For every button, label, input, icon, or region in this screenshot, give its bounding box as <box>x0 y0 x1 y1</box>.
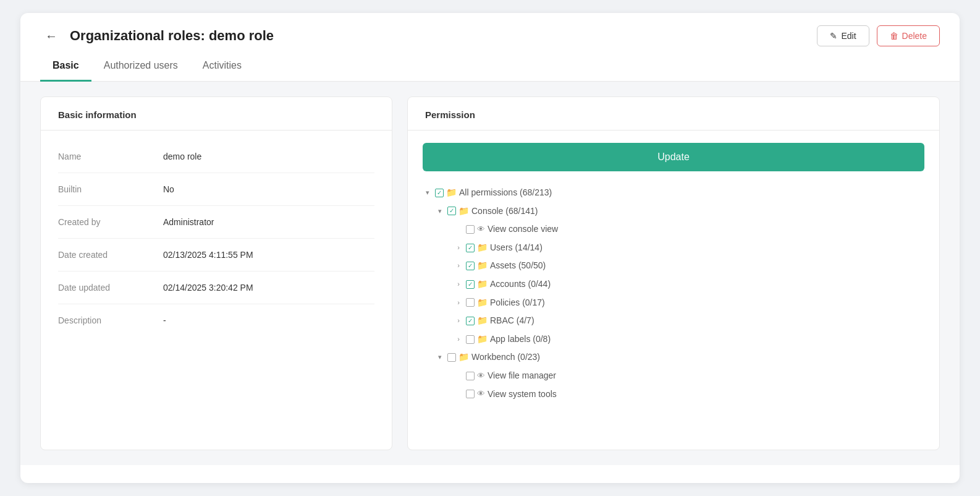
tree-row-workbench: ▾ 📁 Workbench (0/23) <box>423 348 924 367</box>
label-workbench: Workbench (0/23) <box>471 351 540 364</box>
check-all-permissions[interactable]: ✓ <box>435 189 444 197</box>
value-date-updated: 02/14/2025 3:20:42 PM <box>163 283 253 293</box>
folder-icon-assets: 📁 <box>477 260 488 272</box>
folder-icon-policies: 📁 <box>477 297 488 309</box>
tree-row-console: ▾ ✓ 📁 Console (68/141) <box>423 202 924 221</box>
label-view-file-manager: View file manager <box>488 370 556 382</box>
tree-row-all-permissions: ▾ ✓ 📁 All permissions (68/213) <box>423 184 924 202</box>
delete-button[interactable]: 🗑 Delete <box>877 25 940 46</box>
label-policies: Policies (0/17) <box>490 297 545 309</box>
label-view-system-tools: View system tools <box>488 388 557 401</box>
tab-authorized-users[interactable]: Authorized users <box>91 51 190 82</box>
folder-icon-users: 📁 <box>477 242 488 254</box>
value-date-created: 02/13/2025 4:11:55 PM <box>163 250 253 260</box>
page-title: Organizational roles: demo role <box>70 28 274 44</box>
back-button[interactable]: ← <box>40 27 62 46</box>
folder-icon-console: 📁 <box>458 205 469 218</box>
info-row-description: Description - <box>58 304 374 336</box>
chevron-console[interactable]: ▾ <box>435 207 445 216</box>
check-view-file-manager[interactable] <box>466 372 475 380</box>
label-builtin: Builtin <box>58 184 138 194</box>
label-date-created: Date created <box>58 250 138 260</box>
check-policies[interactable] <box>466 298 475 307</box>
folder-icon-rbac: 📁 <box>477 315 488 327</box>
value-description: - <box>163 315 166 325</box>
tree-row-view-console: 👁 View console view <box>423 220 924 239</box>
update-button[interactable]: Update <box>423 143 924 171</box>
chevron-rbac[interactable]: › <box>454 316 463 325</box>
chevron-app-labels[interactable]: › <box>454 335 463 344</box>
page-header: ← Organizational roles: demo role ✎ Edit… <box>20 13 960 46</box>
basic-info-panel: Basic information Name demo role Builtin… <box>40 96 392 450</box>
info-row-name: Name demo role <box>58 140 374 173</box>
permission-panel: Permission Update ▾ ✓ 📁 All permissions … <box>407 96 940 450</box>
check-rbac[interactable]: ✓ <box>466 317 475 325</box>
eye-icon-view-console: 👁 <box>477 224 485 235</box>
eye-icon-view-file-manager: 👁 <box>477 370 485 382</box>
permission-tree: ▾ ✓ 📁 All permissions (68/213) ▾ ✓ 📁 Con… <box>423 184 924 403</box>
check-view-system-tools[interactable] <box>466 390 475 398</box>
chevron-accounts[interactable]: › <box>454 280 463 289</box>
check-accounts[interactable]: ✓ <box>466 280 475 289</box>
label-assets: Assets (50/50) <box>490 260 546 272</box>
main-card: ← Organizational roles: demo role ✎ Edit… <box>20 13 960 483</box>
label-app-labels: App labels (0/8) <box>490 333 551 346</box>
label-name: Name <box>58 152 138 161</box>
edit-button[interactable]: ✎ Edit <box>817 25 869 46</box>
check-workbench[interactable] <box>447 353 456 362</box>
chevron-users[interactable]: › <box>454 243 463 252</box>
header-left: ← Organizational roles: demo role <box>40 27 274 46</box>
check-assets[interactable]: ✓ <box>466 262 475 270</box>
label-console: Console (68/141) <box>471 205 538 218</box>
info-row-created-by: Created by Administrator <box>58 206 374 239</box>
tab-activities[interactable]: Activities <box>190 51 254 82</box>
value-created-by: Administrator <box>163 217 214 227</box>
check-app-labels[interactable] <box>466 335 475 344</box>
trash-icon: 🗑 <box>890 31 898 41</box>
chevron-assets[interactable]: › <box>454 261 463 270</box>
info-row-builtin: Builtin No <box>58 173 374 206</box>
label-created-by: Created by <box>58 217 138 227</box>
label-accounts: Accounts (0/44) <box>490 278 551 291</box>
header-actions: ✎ Edit 🗑 Delete <box>817 25 940 46</box>
label-rbac: RBAC (4/7) <box>490 315 534 327</box>
check-users[interactable]: ✓ <box>466 244 475 252</box>
folder-icon-workbench: 📁 <box>458 351 469 364</box>
label-users: Users (14/14) <box>490 242 543 254</box>
folder-icon-app-labels: 📁 <box>477 333 488 346</box>
edit-icon: ✎ <box>830 31 837 41</box>
value-name: demo role <box>163 152 201 161</box>
info-row-date-updated: Date updated 02/14/2025 3:20:42 PM <box>58 272 374 304</box>
label-view-console: View console view <box>488 223 558 236</box>
tab-basic[interactable]: Basic <box>40 51 91 82</box>
tree-row-view-system-tools: 👁 View system tools <box>423 385 924 404</box>
chevron-workbench[interactable]: ▾ <box>435 353 445 362</box>
tree-row-rbac: › ✓ 📁 RBAC (4/7) <box>423 312 924 330</box>
tree-row-view-file-manager: 👁 View file manager <box>423 367 924 385</box>
check-view-console[interactable] <box>466 225 475 234</box>
chevron-all-permissions[interactable]: ▾ <box>423 188 433 197</box>
chevron-policies[interactable]: › <box>454 298 463 307</box>
tree-row-assets: › ✓ 📁 Assets (50/50) <box>423 257 924 275</box>
label-description: Description <box>58 315 138 325</box>
eye-icon-view-system-tools: 👁 <box>477 388 485 400</box>
tree-row-app-labels: › 📁 App labels (0/8) <box>423 330 924 349</box>
content-area: Basic information Name demo role Builtin… <box>20 82 960 465</box>
tabs-bar: Basic Authorized users Activities <box>20 51 960 82</box>
tree-row-accounts: › ✓ 📁 Accounts (0/44) <box>423 275 924 294</box>
tree-row-policies: › 📁 Policies (0/17) <box>423 294 924 312</box>
label-all-permissions: All permissions (68/213) <box>459 187 552 199</box>
basic-info-title: Basic information <box>41 97 392 130</box>
check-console[interactable]: ✓ <box>447 207 456 215</box>
permission-body: Update ▾ ✓ 📁 All permissions (68/213) ▾ … <box>408 130 939 416</box>
folder-icon-all-permissions: 📁 <box>446 187 457 199</box>
info-row-date-created: Date created 02/13/2025 4:11:55 PM <box>58 239 374 272</box>
permission-title: Permission <box>408 97 939 130</box>
info-table: Name demo role Builtin No Created by Adm… <box>41 130 392 346</box>
folder-icon-accounts: 📁 <box>477 278 488 291</box>
value-builtin: No <box>163 184 174 194</box>
tree-row-users: › ✓ 📁 Users (14/14) <box>423 239 924 257</box>
label-date-updated: Date updated <box>58 283 138 293</box>
